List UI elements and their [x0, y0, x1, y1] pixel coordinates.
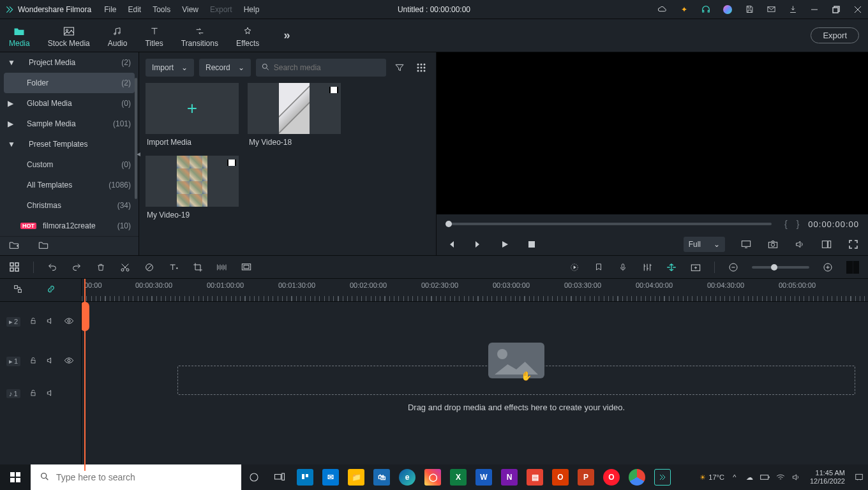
sidebar-item-christmas[interactable]: Christmas(34): [0, 195, 138, 216]
visibility-icon[interactable]: [64, 317, 74, 326]
play-button[interactable]: [499, 239, 511, 250]
sidebar-item-project-media[interactable]: ▼Project Media(2): [0, 52, 138, 73]
cloud-icon[interactable]: [657, 4, 668, 15]
cortana-icon[interactable]: [241, 464, 267, 490]
mute-icon[interactable]: [46, 389, 55, 399]
app-filmora[interactable]: [650, 464, 675, 490]
lock-icon[interactable]: [29, 316, 37, 327]
playhead[interactable]: [84, 279, 86, 471]
task-view-icon[interactable]: [267, 464, 292, 490]
cut-button[interactable]: [119, 262, 131, 273]
battery-icon[interactable]: [760, 472, 770, 482]
onedrive-icon[interactable]: ☁: [745, 472, 755, 482]
delete-button[interactable]: [95, 262, 107, 273]
menu-edit[interactable]: Edit: [128, 5, 142, 14]
more-tabs-icon[interactable]: »: [283, 29, 290, 42]
folder-icon[interactable]: [38, 241, 49, 251]
auto-ripple-icon[interactable]: [666, 262, 677, 273]
notifications-icon[interactable]: [854, 472, 864, 482]
scrub-slider[interactable]: [445, 223, 772, 225]
taskbar-search-input[interactable]: [56, 472, 232, 482]
tab-effects[interactable]: Effects: [236, 23, 259, 48]
app-chrome[interactable]: [624, 464, 650, 490]
app-trello[interactable]: [292, 464, 318, 490]
track-header-v1[interactable]: ▸1: [0, 341, 81, 381]
mute-icon[interactable]: [46, 356, 55, 366]
app-instagram[interactable]: ◯: [420, 464, 445, 490]
sidebar-item-custom[interactable]: Custom(0): [0, 154, 138, 175]
sidebar-item-folder[interactable]: Folder(2): [4, 73, 135, 93]
track-area[interactable]: 00:00 00:00:30:00 00:01:00:00 00:01:30:0…: [82, 279, 868, 471]
window-minimize-icon[interactable]: [809, 4, 819, 15]
new-folder-icon[interactable]: [9, 241, 19, 251]
display-icon[interactable]: [740, 239, 752, 250]
crop-icon[interactable]: [192, 262, 204, 273]
app-office[interactable]: O: [548, 464, 573, 490]
render-icon[interactable]: [569, 262, 580, 273]
prev-frame-button[interactable]: [445, 239, 457, 250]
mixer-icon[interactable]: [641, 262, 653, 273]
sidebar-item-filmora12create[interactable]: HOTfilmora12create(10): [0, 216, 138, 236]
tab-media[interactable]: Media: [9, 23, 30, 48]
import-media-tile[interactable]: + Import Media: [146, 83, 239, 147]
sidebar-item-all-templates[interactable]: All Templates(1086): [0, 175, 138, 195]
filter-icon[interactable]: [391, 59, 408, 77]
add-text-icon[interactable]: [168, 262, 179, 273]
app-edge[interactable]: e: [394, 464, 420, 490]
download-icon[interactable]: [788, 4, 798, 15]
sidebar-item-preset-templates[interactable]: ▼Preset Templates: [0, 134, 138, 154]
snapshot-icon[interactable]: [767, 239, 779, 250]
app-mail[interactable]: ✉: [318, 464, 343, 490]
mute-icon[interactable]: [46, 316, 55, 327]
undo-button[interactable]: [47, 262, 58, 273]
track-header-a1[interactable]: ♪1: [0, 381, 81, 406]
mail-icon[interactable]: [766, 4, 776, 15]
timeline-ruler[interactable]: 00:00 00:00:30:00 00:01:00:00 00:01:30:0…: [82, 279, 868, 302]
search-media[interactable]: [256, 59, 386, 77]
menu-help[interactable]: Help: [244, 5, 260, 14]
zoom-out-button[interactable]: [728, 262, 739, 273]
scale-icon[interactable]: [241, 262, 252, 273]
snap-icon[interactable]: [13, 284, 23, 296]
collapse-handle-icon[interactable]: ◂: [137, 149, 140, 158]
volume-icon[interactable]: [794, 239, 805, 250]
weather-icon[interactable]: ☀17°C: [700, 473, 724, 482]
app-explorer[interactable]: 📁: [343, 464, 369, 490]
track-header-v2[interactable]: ▸2: [0, 302, 81, 341]
start-button[interactable]: [0, 464, 31, 490]
tab-audio[interactable]: Audio: [108, 23, 128, 48]
marker-circle-icon[interactable]: [144, 262, 155, 273]
zoom-slider[interactable]: [752, 266, 809, 269]
preview-viewport[interactable]: [437, 52, 868, 214]
app-word[interactable]: W: [471, 464, 497, 490]
import-dropdown[interactable]: Import⌄: [146, 59, 194, 77]
visibility-icon[interactable]: [64, 357, 74, 366]
save-icon[interactable]: [744, 4, 754, 15]
search-input[interactable]: [274, 63, 381, 72]
link-icon[interactable]: [46, 284, 56, 296]
media-tile-video-18[interactable]: My Video-18: [248, 83, 341, 147]
speed-icon[interactable]: [216, 262, 228, 273]
taskbar-clock[interactable]: 11:45 AM 12/16/2022: [810, 469, 845, 486]
window-close-icon[interactable]: [853, 4, 863, 15]
redo-button[interactable]: [71, 262, 82, 273]
lightbulb-icon[interactable]: ✦: [679, 4, 689, 15]
zoom-in-button[interactable]: [822, 262, 834, 273]
app-store[interactable]: 🛍: [369, 464, 394, 490]
profile-icon[interactable]: [722, 4, 733, 15]
fullscreen-icon[interactable]: [848, 239, 859, 250]
volume-icon[interactable]: [791, 472, 801, 482]
mark-in-icon[interactable]: {: [784, 219, 788, 229]
layout-icon[interactable]: [821, 239, 832, 250]
media-tile-video-19[interactable]: My Video-19: [146, 156, 239, 219]
menu-tools[interactable]: Tools: [153, 5, 170, 14]
app-powerpoint[interactable]: P: [573, 464, 599, 490]
marker-icon[interactable]: [593, 262, 604, 273]
lock-icon[interactable]: [29, 389, 37, 399]
sidebar-item-sample-media[interactable]: ▶Sample Media(101): [0, 114, 138, 134]
tab-stock-media[interactable]: Stock Media: [48, 23, 90, 48]
tab-transitions[interactable]: Transitions: [181, 23, 218, 48]
timeline-dropzone[interactable]: ✋ Drag and drop media and effects here t…: [177, 343, 855, 412]
mark-out-icon[interactable]: }: [797, 219, 800, 229]
menu-file[interactable]: File: [104, 5, 116, 14]
